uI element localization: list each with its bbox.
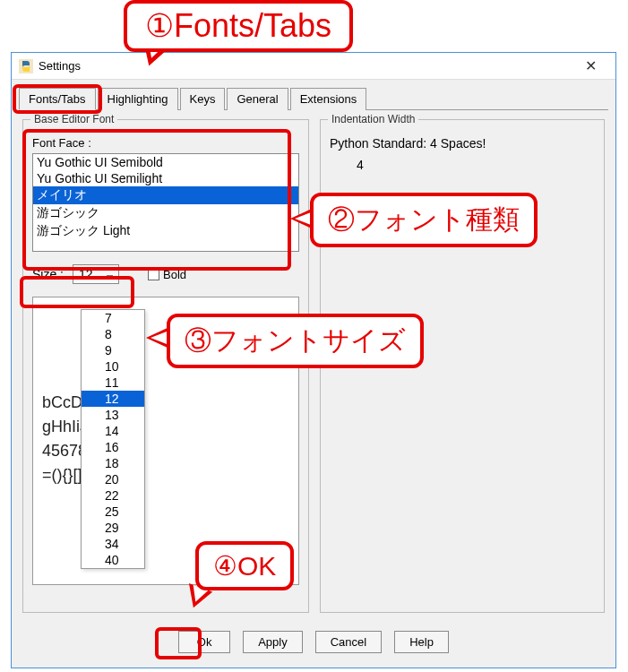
help-button[interactable]: Help [394,631,449,653]
size-dropdown[interactable]: 12 ▃ [73,264,119,284]
preview-line: gHhIiJjK [42,415,289,439]
size-option[interactable]: 40 [82,552,144,568]
font-item[interactable]: Yu Gothic UI Semilight [33,170,298,186]
callout-2: ②フォント種類 [310,193,538,247]
callout-3: ③フォントサイズ [167,314,424,368]
size-option-selected[interactable]: 12 [82,391,144,407]
size-option[interactable]: 18 [82,455,144,471]
size-option[interactable]: 22 [82,487,144,504]
titlebar: Settings ✕ [12,53,615,80]
size-label: Size : [32,267,64,281]
apply-button[interactable]: Apply [243,631,303,653]
callout-1: ①Fonts/Tabs [124,0,353,52]
size-option[interactable]: 9 [82,342,144,358]
tab-keys[interactable]: Keys [180,88,226,110]
close-button[interactable]: ✕ [572,57,608,74]
tab-general[interactable]: General [227,88,288,110]
size-option[interactable]: 10 [82,358,144,375]
bold-label: Bold [163,268,186,281]
size-option[interactable]: 20 [82,471,144,487]
group-title-indent: Indentation Width [328,113,418,125]
size-option[interactable]: 34 [82,536,144,552]
window-title: Settings [39,59,81,73]
tab-extensions[interactable]: Extensions [290,88,367,110]
size-dropdown-popup[interactable]: 7 8 9 10 11 12 13 14 16 18 20 22 25 29 3… [81,309,145,569]
size-option[interactable]: 7 [82,310,144,326]
preview-line: 4567890 [42,439,289,463]
dialog-buttons: Ok Apply Cancel Help [12,622,615,664]
font-item[interactable]: 游ゴシック [33,204,298,222]
font-face-list[interactable]: Yu Gothic UI Semibold Yu Gothic UI Semil… [32,153,299,252]
preview-line: bCcDdEe [42,391,289,415]
size-option[interactable]: 13 [82,407,144,423]
indent-standard-text: Python Standard: 4 Spaces! [330,136,595,151]
size-option[interactable]: 8 [82,326,144,342]
tab-highlighting[interactable]: Highlighting [98,88,178,110]
app-icon [19,59,33,73]
size-value: 12 [79,267,93,281]
size-option[interactable]: 25 [82,504,144,520]
cancel-button[interactable]: Cancel [315,631,382,653]
ok-button[interactable]: Ok [178,631,230,653]
font-item[interactable]: Yu Gothic UI Semibold [33,154,298,170]
font-item[interactable]: 游ゴシック Light [33,222,298,240]
bold-checkbox-wrap[interactable]: Bold [148,268,186,281]
size-option[interactable]: 29 [82,520,144,536]
chevron-down-icon: ▃ [107,270,113,279]
callout-4: ④OK [195,541,294,590]
preview-line: =(){}[] [42,463,289,487]
size-option[interactable]: 16 [82,439,144,455]
size-row: Size : 12 ▃ Bold [32,264,299,284]
size-option[interactable]: 14 [82,423,144,439]
tab-fonts-tabs[interactable]: Fonts/Tabs [19,88,96,110]
group-title-font: Base Editor Font [30,113,117,125]
font-face-label: Font Face : [32,136,299,150]
size-option[interactable]: 11 [82,375,144,391]
bold-checkbox[interactable] [148,269,159,280]
tab-bar: Fonts/Tabs Highlighting Keys General Ext… [12,80,615,109]
font-item-selected[interactable]: メイリオ [33,186,298,204]
indent-value: 4 [357,158,595,172]
